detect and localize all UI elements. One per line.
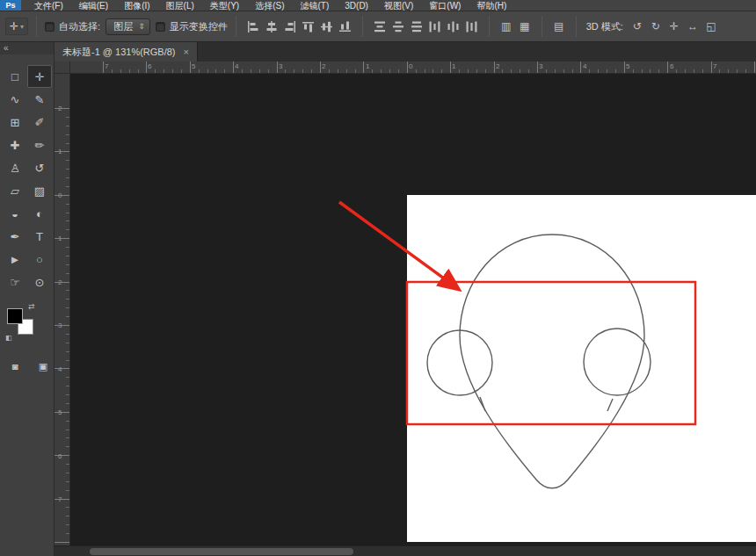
distribute-top-edges-button[interactable] xyxy=(371,18,389,35)
3d-scale-button[interactable]: ◱ xyxy=(702,18,720,35)
separator xyxy=(576,16,577,37)
tool-hand[interactable]: ☞ xyxy=(3,271,27,293)
lasso-icon: ∿ xyxy=(11,93,20,106)
dodge-icon: ◐ xyxy=(36,207,43,220)
default-colors-icon[interactable]: ◧ xyxy=(5,334,12,342)
tool-quick-selection[interactable]: ✎ xyxy=(27,88,52,111)
horizontal-ruler[interactable]: 7 6 5 4 3 2 1 0 1 2 3 4 5 6 7 xyxy=(70,61,756,74)
tool-zoom[interactable]: ⊙ xyxy=(27,271,52,293)
tool-eyedropper[interactable]: ✐ xyxy=(27,111,52,134)
align-vertical-centers-button[interactable] xyxy=(318,18,336,35)
menu-item-filter[interactable]: 滤镜(T) xyxy=(293,0,338,11)
hand-tool-icon: ☞ xyxy=(10,276,20,289)
distribute-vertical-centers-button[interactable] xyxy=(389,18,407,35)
distribute-spacing-vertical-button[interactable]: ▥ xyxy=(498,18,515,35)
distribute-left-edges-icon xyxy=(429,21,441,32)
horizontal-scrollbar[interactable] xyxy=(55,545,756,556)
tool-brush[interactable]: ✏ xyxy=(27,134,52,156)
3d-slide-button[interactable]: ↔ xyxy=(684,18,701,35)
tool-lasso[interactable]: ∿ xyxy=(3,88,27,111)
tools-panel-collapse[interactable]: « xyxy=(0,42,54,54)
align-horizontal-centers-button[interactable] xyxy=(263,18,280,35)
3d-rotate-button[interactable]: ↺ xyxy=(629,18,646,35)
tool-blur[interactable]: ◒ xyxy=(3,202,27,225)
tool-dodge[interactable]: ◐ xyxy=(27,202,52,225)
tool-type[interactable]: T xyxy=(27,225,52,248)
auto-select-label: 自动选择: xyxy=(59,20,100,33)
auto-select-toggle[interactable]: 自动选择: xyxy=(45,20,100,33)
ruler-number: 2 xyxy=(58,105,62,112)
menu-item-type[interactable]: 类型(Y) xyxy=(202,0,247,11)
3d-roll-button[interactable]: ↻ xyxy=(647,18,665,35)
foreground-color-swatch[interactable] xyxy=(7,308,23,324)
vertical-ruler[interactable]: 2 1 0 1 2 3 4 5 6 7 xyxy=(55,74,70,545)
align-bottom-edges-icon xyxy=(339,21,352,32)
tools-bottom-group: ◙ ▣ xyxy=(0,358,54,374)
tool-crop[interactable]: ⊞ xyxy=(3,111,27,134)
align-left-edges-button[interactable] xyxy=(244,18,262,35)
tool-preset-picker[interactable]: ✛ ▾ xyxy=(5,18,28,35)
align-top-edges-button[interactable] xyxy=(300,18,317,35)
menu-item-layer[interactable]: 图层(L) xyxy=(158,0,202,11)
swap-colors-icon[interactable]: ⇄ xyxy=(28,302,35,311)
distribute-left-edges-button[interactable] xyxy=(426,18,444,35)
scrollbar-thumb[interactable] xyxy=(90,548,353,555)
tool-spot-healing-brush[interactable]: ✚ xyxy=(3,134,27,156)
tool-clone-stamp[interactable]: ♙ xyxy=(3,156,27,179)
auto-select-checkbox[interactable] xyxy=(45,22,55,32)
auto-select-target-dropdown[interactable]: 图层 ⇕ xyxy=(105,18,150,35)
ruler-number: 6 xyxy=(148,62,151,70)
tool-history-brush[interactable]: ↺ xyxy=(27,156,52,179)
3d-scale-icon: ◱ xyxy=(706,20,716,32)
document-canvas[interactable] xyxy=(407,195,756,542)
distribute-horizontal-centers-button[interactable] xyxy=(445,18,462,35)
3d-drag-button[interactable]: ✛ xyxy=(665,18,683,35)
tool-path-selection[interactable]: ► xyxy=(3,248,27,271)
ruler-number: 5 xyxy=(626,62,629,70)
menu-item-image[interactable]: 图像(I) xyxy=(116,0,157,11)
type-tool-icon: T xyxy=(36,230,43,243)
show-transform-toggle[interactable]: 显示变换控件 xyxy=(156,20,228,33)
tool-ellipse-shape[interactable]: ○ xyxy=(27,248,52,271)
distribute-spacing-horizontal-button[interactable]: ▦ xyxy=(516,18,534,35)
auto-align-layers-button[interactable]: ▤ xyxy=(550,18,568,35)
tab-close-icon[interactable]: × xyxy=(184,47,189,57)
menu-item-select[interactable]: 选择(S) xyxy=(247,0,292,11)
ruler-origin-corner[interactable] xyxy=(55,61,70,74)
align-right-edges-button[interactable] xyxy=(281,18,299,35)
path-selection-icon: ► xyxy=(10,253,21,266)
menu-item-file[interactable]: 文件(F) xyxy=(26,0,71,11)
menu-item-view[interactable]: 视图(V) xyxy=(376,0,421,11)
document-tab[interactable]: 未标题-1 @ 131%(RGB/8) × xyxy=(55,42,198,61)
quick-mask-button[interactable]: ◙ xyxy=(6,358,24,374)
distribute-spacing-horizontal-icon: ▦ xyxy=(520,20,529,32)
content-row: 2 1 0 1 2 3 4 5 6 7 xyxy=(55,74,756,545)
tool-rectangular-marquee[interactable]: □ xyxy=(3,65,27,88)
menu-item-help[interactable]: 帮助(H) xyxy=(469,0,514,11)
dropdown-arrows-icon: ⇕ xyxy=(138,22,145,31)
distribute-right-edges-button[interactable] xyxy=(463,18,481,35)
separator xyxy=(489,16,490,37)
document-tab-title: 未标题-1 @ 131%(RGB/8) xyxy=(62,46,176,59)
menu-item-edit[interactable]: 编辑(E) xyxy=(71,0,116,11)
3d-slide-icon: ↔ xyxy=(687,20,698,32)
distribute-bottom-edges-button[interactable] xyxy=(408,18,425,35)
align-bottom-edges-button[interactable] xyxy=(337,18,354,35)
distribute-buttons-group xyxy=(371,18,481,35)
tool-gradient[interactable]: ▨ xyxy=(27,179,52,202)
menu-item-3d[interactable]: 3D(D) xyxy=(337,0,376,11)
tool-pen[interactable]: ✒ xyxy=(3,225,27,248)
align-buttons-group xyxy=(244,18,354,35)
tool-move[interactable]: ✛ xyxy=(27,65,52,88)
menu-item-window[interactable]: 窗口(W) xyxy=(421,0,469,11)
show-transform-checkbox[interactable] xyxy=(156,22,165,32)
ruler-number: 5 xyxy=(192,62,195,70)
screen-mode-button[interactable]: ▣ xyxy=(34,358,52,374)
tool-eraser[interactable]: ▱ xyxy=(3,179,27,202)
canvas-viewport[interactable] xyxy=(70,74,756,545)
ruler-number: 1 xyxy=(452,62,455,70)
workspace: « □ ✛ ∿ ✎ ⊞ ✐ ✚ ✏ ♙ ↺ ▱ ▨ ◒ ◐ ✒ T ► ○ ☞ xyxy=(0,42,756,556)
eyedropper-icon: ✐ xyxy=(35,116,45,129)
preset-arrow-icon: ▾ xyxy=(20,23,24,31)
align-right-edges-icon xyxy=(284,21,296,32)
